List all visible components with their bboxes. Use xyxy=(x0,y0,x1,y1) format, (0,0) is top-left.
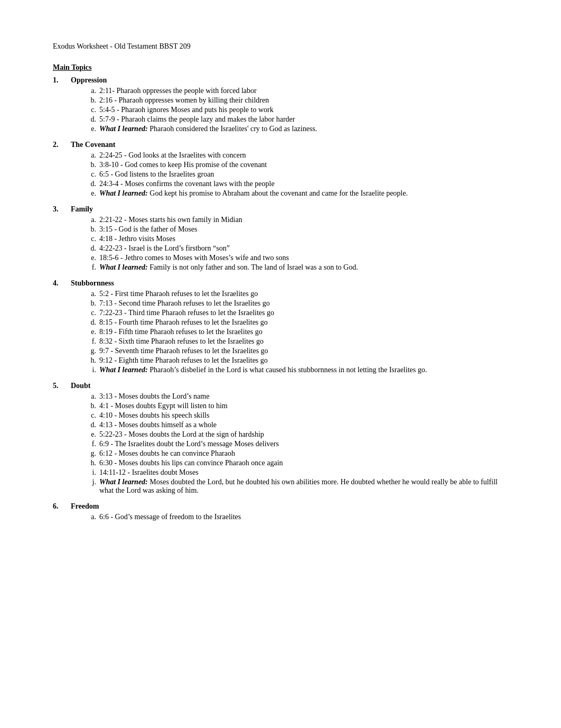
sub-letter: a. xyxy=(85,87,96,95)
topic-item: 4.Stubbornnessa.5:2 - First time Pharaoh… xyxy=(53,279,508,374)
doc-title: Exodus Worksheet - Old Testament BBST 20… xyxy=(53,42,508,51)
sub-list: a.2:24-25 - God looks at the Israelites … xyxy=(53,151,508,198)
sub-list: a.2:21-22 - Moses starts his own family … xyxy=(53,216,508,272)
sub-letter: f. xyxy=(85,440,96,448)
sub-item: c.6:5 - God listens to the Israelites gr… xyxy=(85,170,508,179)
sub-item: d.5:7-9 - Pharaoh claims the people lazy… xyxy=(85,115,508,124)
sub-item: h.9:12 - Eighth time Pharaoh refuses to … xyxy=(85,356,508,365)
sub-content: 5:2 - First time Pharaoh refuses to let … xyxy=(99,290,258,298)
sub-letter: b. xyxy=(85,161,96,169)
sub-content: 3:15 - God is the father of Moses xyxy=(99,225,197,234)
sub-content: 6:9 - The Israelites doubt the Lord’s me… xyxy=(99,440,279,448)
sub-letter: a. xyxy=(85,290,96,298)
sub-item: a.2:24-25 - God looks at the Israelites … xyxy=(85,151,508,160)
topic-item: 5.Doubta.3:13 - Moses doubts the Lord’s … xyxy=(53,382,508,495)
topic-number: 4. xyxy=(53,279,68,288)
learned-label: What I learned: xyxy=(99,125,148,133)
topic-title-text: Freedom xyxy=(71,502,99,511)
sub-content: 4:1 - Moses doubts Egypt will listen to … xyxy=(99,402,228,410)
sub-letter: a. xyxy=(85,392,96,401)
sub-item: a.2:11- Pharaoh oppresses the people wit… xyxy=(85,87,508,95)
sub-content: 4:10 - Moses doubts his speech skills xyxy=(99,411,209,420)
sub-letter: b. xyxy=(85,225,96,234)
sub-content: What I learned: Pharaoh’s disbelief in t… xyxy=(99,366,427,374)
sub-letter: d. xyxy=(85,318,96,327)
sub-content: 7:22-23 - Third time Pharaoh refuses to … xyxy=(99,309,274,317)
topics-list: 1.Oppressiona.2:11- Pharaoh oppresses th… xyxy=(53,76,508,521)
main-topics-heading: Main Topics xyxy=(53,63,508,72)
sub-item: c.7:22-23 - Third time Pharaoh refuses t… xyxy=(85,309,508,317)
sub-item: b.3:15 - God is the father of Moses xyxy=(85,225,508,234)
topic-title: 3.Family xyxy=(53,205,508,214)
sub-content: 6:6 - God’s message of freedom to the Is… xyxy=(99,513,241,521)
sub-item: j.What I learned: Moses doubted the Lord… xyxy=(85,478,508,495)
sub-letter: c. xyxy=(85,235,96,243)
sub-content: 2:11- Pharaoh oppresses the people with … xyxy=(99,87,257,95)
topic-title-text: Family xyxy=(71,205,93,214)
topic-item: 6.Freedoma.6:6 - God’s message of freedo… xyxy=(53,502,508,521)
sub-content: 2:16 - Pharaoh oppresses women by killin… xyxy=(99,96,269,105)
sub-letter: g. xyxy=(85,449,96,458)
topic-title-text: Oppression xyxy=(71,76,107,85)
sub-content: 8:19 - Fifth time Pharaoh refuses to let… xyxy=(99,328,263,336)
topic-title: 5.Doubt xyxy=(53,382,508,390)
sub-item: d.4:13 - Moses doubts himself as a whole xyxy=(85,421,508,429)
sub-letter: f. xyxy=(85,263,96,272)
sub-letter: d. xyxy=(85,180,96,188)
topic-item: 2.The Covenanta.2:24-25 - God looks at t… xyxy=(53,141,508,198)
topic-item: 3.Familya.2:21-22 - Moses starts his own… xyxy=(53,205,508,272)
sub-letter: b. xyxy=(85,299,96,308)
sub-content: 14:11-12 - Israelites doubt Moses xyxy=(99,468,199,477)
sub-letter: f. xyxy=(85,337,96,346)
learned-text: Pharaoh’s disbelief in the Lord is what … xyxy=(148,366,427,374)
sub-item: b.3:8-10 - God comes to keep His promise… xyxy=(85,161,508,169)
sub-item: b.2:16 - Pharaoh oppresses women by kill… xyxy=(85,96,508,105)
sub-item: f.8:32 - Sixth time Pharaoh refuses to l… xyxy=(85,337,508,346)
sub-list: a.2:11- Pharaoh oppresses the people wit… xyxy=(53,87,508,133)
sub-letter: e. xyxy=(85,189,96,198)
sub-item: e.18:5-6 - Jethro comes to Moses with Mo… xyxy=(85,254,508,262)
sub-letter: c. xyxy=(85,170,96,179)
learned-text: Moses doubted the Lord, but he doubted h… xyxy=(99,478,498,494)
sub-content: 5:4-5 - Pharaoh ignores Moses and puts h… xyxy=(99,106,274,114)
learned-text: God kept his promise to Abraham about th… xyxy=(148,189,408,197)
topic-title: 6.Freedom xyxy=(53,502,508,511)
sub-item: g.9:7 - Seventh time Pharaoh refuses to … xyxy=(85,347,508,355)
sub-content: 7:13 - Second time Pharaoh refuses to le… xyxy=(99,299,270,308)
sub-item: a.5:2 - First time Pharaoh refuses to le… xyxy=(85,290,508,298)
sub-item: e.What I learned: Pharaoh considered the… xyxy=(85,125,508,133)
sub-content: 6:5 - God listens to the Israelites groa… xyxy=(99,170,214,179)
topic-title-text: Doubt xyxy=(71,382,90,390)
learned-text: Family is not only father and son. The l… xyxy=(148,263,358,271)
document-container: Exodus Worksheet - Old Testament BBST 20… xyxy=(53,42,508,521)
sub-letter: a. xyxy=(85,151,96,160)
sub-item: d.8:15 - Fourth time Pharaoh refuses to … xyxy=(85,318,508,327)
topic-title: 2.The Covenant xyxy=(53,141,508,149)
learned-label: What I learned: xyxy=(99,366,148,374)
sub-letter: g. xyxy=(85,347,96,355)
sub-item: g.6:12 - Moses doubts he can convince Ph… xyxy=(85,449,508,458)
learned-text: Pharaoh considered the Israelites' cry t… xyxy=(148,125,317,133)
sub-letter: h. xyxy=(85,356,96,365)
sub-list: a.3:13 - Moses doubts the Lord’s nameb.4… xyxy=(53,392,508,495)
sub-content: 6:30 - Moses doubts his lips can convinc… xyxy=(99,459,283,467)
sub-content: 9:12 - Eighth time Pharaoh refuses to le… xyxy=(99,356,268,365)
sub-letter: a. xyxy=(85,513,96,521)
topic-number: 1. xyxy=(53,76,68,85)
sub-item: c.5:4-5 - Pharaoh ignores Moses and puts… xyxy=(85,106,508,114)
sub-content: 5:22-23 - Moses doubts the Lord at the s… xyxy=(99,430,264,439)
learned-label: What I learned: xyxy=(99,478,148,486)
sub-letter: e. xyxy=(85,125,96,133)
sub-item: d.24:3-4 - Moses confirms the covenant l… xyxy=(85,180,508,188)
sub-letter: c. xyxy=(85,309,96,317)
topic-item: 1.Oppressiona.2:11- Pharaoh oppresses th… xyxy=(53,76,508,133)
topic-title: 4.Stubbornness xyxy=(53,279,508,288)
sub-letter: e. xyxy=(85,430,96,439)
sub-item: i.What I learned: Pharaoh’s disbelief in… xyxy=(85,366,508,374)
sub-item: h.6:30 - Moses doubts his lips can convi… xyxy=(85,459,508,467)
learned-label: What I learned: xyxy=(99,263,148,271)
topic-number: 3. xyxy=(53,205,68,214)
sub-letter: b. xyxy=(85,402,96,410)
sub-content: 5:7-9 - Pharaoh claims the people lazy a… xyxy=(99,115,295,124)
sub-list: a.6:6 - God’s message of freedom to the … xyxy=(53,513,508,521)
